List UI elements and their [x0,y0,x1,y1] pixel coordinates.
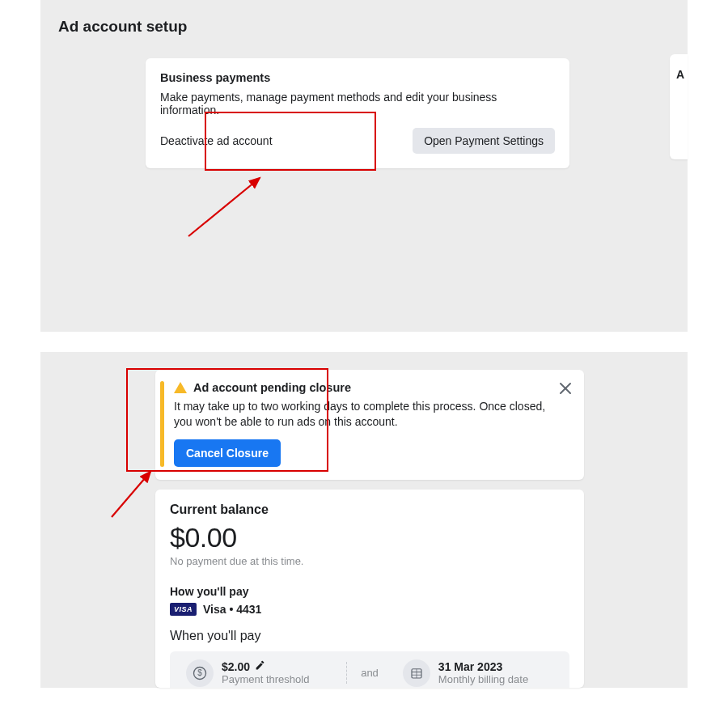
dollar-icon: $ [186,659,214,687]
svg-text:$: $ [197,668,202,677]
how-you-pay-label: How you'll pay [170,585,569,598]
business-payments-card: Business payments Make payments, manage … [146,58,569,168]
threshold-label: Payment threshold [222,673,309,685]
when-you-pay-section: When you'll pay $ $2.00 [170,629,569,688]
billing-date-item: 31 Mar 2023 Monthly billing date [403,659,553,687]
how-you-pay-section: How you'll pay VISA Visa • 4431 [170,585,569,616]
deactivate-account-link[interactable]: Deactivate ad account [160,134,273,147]
pending-closure-alert: Ad account pending closure It may take u… [155,370,584,480]
close-alert-button[interactable] [558,381,573,396]
stub-letter: A [676,68,684,81]
card-description: Make payments, manage payment methods an… [160,91,555,117]
cancel-closure-button[interactable]: Cancel Closure [174,439,281,467]
payment-threshold-item: $ $2.00 Payment threshold [186,659,336,687]
card-heading: Business payments [160,71,555,84]
alert-accent-bar [160,381,164,467]
calendar-icon [403,659,430,687]
threshold-value: $2.00 [222,660,250,673]
open-payment-settings-button[interactable]: Open Payment Settings [413,128,555,154]
alert-title: Ad account pending closure [193,381,351,394]
adjacent-card-stub: A [670,54,688,159]
billing-date-value: 31 Mar 2023 [438,660,502,673]
bottom-panel: Ad account pending closure It may take u… [40,352,688,688]
annotation-arrow-bottom-icon [108,465,157,522]
visa-badge-icon: VISA [170,603,197,616]
edit-threshold-button[interactable] [255,660,265,673]
balance-note: No payment due at this time. [170,555,569,567]
warning-icon [174,382,187,393]
alert-message: It may take up to two working days to co… [174,399,552,430]
svg-line-9 [112,472,150,517]
billing-summary: $ $2.00 Payment threshold a [170,651,569,688]
separator-and: and [346,667,393,679]
payment-method-text: Visa • 4431 [203,603,261,616]
payment-method: VISA Visa • 4431 [170,603,569,616]
close-icon [558,381,573,396]
balance-heading: Current balance [170,502,569,517]
top-panel: Ad account setup Business payments Make … [40,0,688,332]
when-you-pay-label: When you'll pay [170,629,569,643]
page-title: Ad account setup [58,18,688,36]
pencil-icon [255,660,265,671]
svg-line-0 [188,178,260,236]
billing-date-label: Monthly billing date [438,673,528,685]
annotation-arrow-top-icon [182,170,271,243]
balance-amount: $0.00 [170,522,569,553]
current-balance-card: Current balance $0.00 No payment due at … [155,490,584,688]
